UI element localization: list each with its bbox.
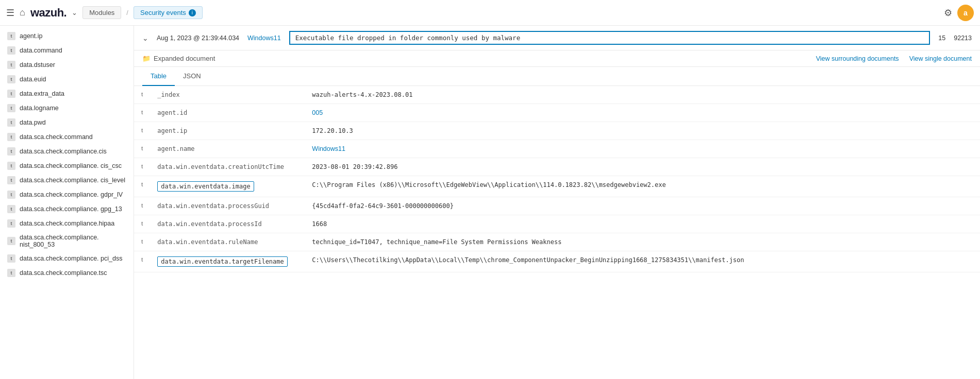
row-value[interactable]: Windows11	[305, 140, 980, 158]
row-field: data.win.eventdata.processGuid	[150, 197, 305, 215]
row-type: t	[134, 233, 150, 251]
sidebar-item-data-sca-check-compliance-gdpr_IV[interactable]: t data.sca.check.compliance. gdpr_lV	[0, 187, 134, 202]
type-badge: t	[7, 46, 15, 55]
expanded-doc-label: Expanded document	[154, 55, 215, 62]
sidebar-item-label: data.sca.check.command	[20, 133, 93, 141]
type-badge: t	[7, 118, 15, 127]
sidebar-item-data-command[interactable]: t data.command	[0, 43, 134, 58]
row-value: 172.20.10.3	[305, 122, 980, 140]
modules-breadcrumb[interactable]: Modules	[82, 6, 121, 19]
security-events-breadcrumb[interactable]: Security events i	[134, 6, 203, 19]
row-type: t	[134, 215, 150, 233]
sidebar-item-label: data.dstuser	[20, 61, 55, 68]
row-value: C:\\Program Files (x86)\\Microsoft\\Edge…	[305, 176, 980, 197]
topbar: ☰ ⌂ wazuh. ⌄ Modules / Security events i…	[0, 0, 980, 26]
table-row: t agent.name Windows11	[134, 140, 980, 158]
sidebar-item-label: data.sca.check.compliance.cis	[20, 148, 107, 155]
sidebar-item-label: data.sca.check.compliance. nist_800_53	[20, 234, 126, 248]
row-value: C:\\Users\\Thecotilking\\AppData\\Local\…	[305, 251, 980, 272]
sidebar-item-data-euid[interactable]: t data.euid	[0, 72, 134, 87]
row-type: t	[134, 86, 150, 104]
expanded-doc-actions: View surrounding documents View single d…	[816, 55, 972, 62]
event-level: 15	[938, 35, 945, 42]
chevron-down-icon[interactable]: ⌄	[72, 9, 77, 16]
row-field: data.win.eventdata.creationUtcTime	[150, 158, 305, 176]
expanded-doc-header: 📁 Expanded document View surrounding doc…	[134, 50, 980, 67]
row-field: _index	[150, 86, 305, 104]
row-type: t	[134, 140, 150, 158]
avatar[interactable]: a	[957, 5, 974, 21]
type-badge: t	[7, 176, 15, 184]
field-value: C:\\Program Files (x86)\\Microsoft\\Edge…	[312, 181, 666, 188]
type-badge: t	[7, 191, 15, 199]
view-single-link[interactable]: View single document	[909, 55, 972, 62]
field-name-highlighted: data.win.eventdata.targetFilename	[157, 256, 287, 267]
row-type: t	[134, 197, 150, 215]
sidebar-item-data-sca-check-compliance-pci_dss[interactable]: t data.sca.check.compliance. pci_dss	[0, 251, 134, 266]
type-badge: t	[7, 75, 15, 83]
field-value: 172.20.10.3	[312, 127, 353, 134]
field-value: technique_id=T1047, technique_name=File …	[312, 238, 561, 246]
row-value: 1668	[305, 215, 980, 233]
sidebar-item-data-sca-check-compliance-gpg_13[interactable]: t data.sca.check.compliance. gpg_13	[0, 202, 134, 216]
sidebar-item-data-pwd[interactable]: t data.pwd	[0, 115, 134, 130]
sidebar-item-label: data.sca.check.compliance. gpg_13	[20, 205, 122, 213]
sidebar-item-data-sca-check-compliance-hipaa[interactable]: t data.sca.check.compliance.hipaa	[0, 216, 134, 231]
table-row: t data.win.eventdata.creationUtcTime 202…	[134, 158, 980, 176]
table-row: t agent.id 005	[134, 104, 980, 122]
sidebar-item-data-logname[interactable]: t data.logname	[0, 101, 134, 115]
field-name: agent.name	[157, 145, 194, 152]
row-type: t	[134, 104, 150, 122]
event-rule-description: Executable file dropped in folder common…	[289, 31, 931, 45]
content-area: ⌄ Aug 1, 2023 @ 21:39:44.034 Windows11 E…	[134, 26, 980, 379]
table-row: t data.win.eventdata.processId 1668	[134, 215, 980, 233]
field-name: data.win.eventdata.ruleName	[157, 238, 258, 246]
row-value[interactable]: 005	[305, 104, 980, 122]
settings-icon[interactable]: ⚙	[944, 7, 952, 19]
sidebar-item-data-sca-check-compliance-cis_csc[interactable]: t data.sca.check.compliance. cis_csc	[0, 159, 134, 173]
tabs-bar: Table JSON	[134, 67, 980, 86]
security-events-label: Security events	[140, 9, 186, 16]
field-name: data.win.eventdata.processGuid	[157, 202, 269, 210]
expanded-doc-title: 📁 Expanded document	[142, 55, 215, 62]
sidebar-item-label: data.pwd	[20, 119, 46, 126]
row-type: t	[134, 122, 150, 140]
field-value: {45cd4aff-0fa2-64c9-3601-000000000600}	[312, 202, 454, 210]
type-badge: t	[7, 219, 15, 228]
sidebar-item-data-sca-check-compliance-tsc[interactable]: t data.sca.check.compliance.tsc	[0, 266, 134, 280]
sidebar-item-data-sca-check-compliance-cis_level[interactable]: t data.sca.check.compliance. cis_level	[0, 173, 134, 187]
sidebar-item-agent-ip[interactable]: t agent.ip	[0, 29, 134, 43]
sidebar-item-data-sca-check-compliance-nist[interactable]: t data.sca.check.compliance. nist_800_53	[0, 231, 134, 251]
row-type: t	[134, 251, 150, 272]
collapse-icon[interactable]: ⌄	[142, 34, 148, 42]
type-badge: t	[7, 32, 15, 40]
row-type: t	[134, 176, 150, 197]
tab-json[interactable]: JSON	[175, 67, 209, 86]
sidebar-item-label: agent.ip	[20, 32, 42, 40]
tab-table[interactable]: Table	[142, 67, 175, 86]
type-badge: t	[7, 254, 15, 263]
row-field: data.win.eventdata.processId	[150, 215, 305, 233]
type-badge: t	[7, 162, 15, 170]
sidebar-item-label: data.command	[20, 47, 62, 54]
event-timestamp: Aug 1, 2023 @ 21:39:44.034	[157, 35, 239, 42]
breadcrumb-separator: /	[126, 9, 128, 16]
type-badge: t	[7, 104, 15, 112]
type-badge: t	[7, 61, 15, 69]
sidebar-item-data-dstuser[interactable]: t data.dstuser	[0, 58, 134, 72]
home-icon[interactable]: ⌂	[20, 7, 25, 18]
row-value: wazuh-alerts-4.x-2023.08.01	[305, 86, 980, 104]
view-surrounding-link[interactable]: View surrounding documents	[816, 55, 899, 62]
sidebar-item-data-extra_data[interactable]: t data.extra_data	[0, 87, 134, 101]
info-icon: i	[189, 9, 196, 16]
row-value: 2023-08-01 20:39:42.896	[305, 158, 980, 176]
row-field: data.win.eventdata.targetFilename	[150, 251, 305, 272]
event-agent-link[interactable]: Windows11	[247, 35, 281, 42]
field-value-link[interactable]: Windows11	[312, 145, 345, 152]
type-badge: t	[7, 90, 15, 98]
row-field: agent.id	[150, 104, 305, 122]
sidebar-item-data-sca-check-command[interactable]: t data.sca.check.command	[0, 130, 134, 144]
field-value-link[interactable]: 005	[312, 109, 323, 116]
sidebar-item-data-sca-check-compliance-cis[interactable]: t data.sca.check.compliance.cis	[0, 144, 134, 159]
menu-icon[interactable]: ☰	[6, 7, 14, 19]
